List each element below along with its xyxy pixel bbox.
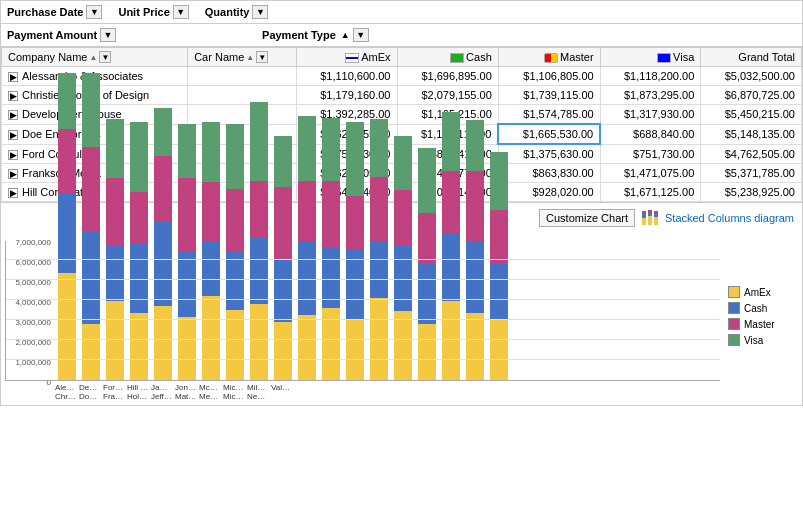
- total-cell: $5,450,215.00: [701, 105, 802, 125]
- amex-bar-segment: [178, 317, 196, 380]
- bar-group: [104, 119, 126, 380]
- x-label-row2: Mathewso...: [175, 392, 197, 401]
- master-bar-segment: [130, 192, 148, 243]
- company-name-header[interactable]: Company Name ▲ ▼: [2, 48, 188, 67]
- amex-bar-segment: [394, 311, 412, 380]
- x-label-row2: Jeffers Clinic: [151, 392, 173, 401]
- master-bar-segment: [418, 213, 436, 264]
- visa-bar-segment: [226, 124, 244, 189]
- car-name-cell: [188, 86, 297, 105]
- cash-bar-segment: [490, 264, 508, 320]
- purchase-date-filter-btn[interactable]: ▼: [86, 5, 102, 19]
- bar-group: [224, 124, 246, 380]
- visa-bar-segment: [298, 116, 316, 181]
- payment-type-filter: Payment Type ▲ ▼: [262, 28, 369, 42]
- amex-cell: $1,110,600.00: [296, 67, 397, 86]
- table-row[interactable]: ▶Alessandro & Associates$1,110,600.00$1,…: [2, 67, 802, 86]
- quantity-filter: Quantity ▼: [205, 5, 269, 19]
- gridline: [6, 279, 720, 280]
- unit-price-label: Unit Price: [118, 6, 169, 18]
- bar-group: [368, 119, 390, 380]
- legend-label: Master: [744, 319, 775, 330]
- payment-type-filter-btn[interactable]: ▼: [353, 28, 369, 42]
- amex-flag-icon: [345, 53, 359, 63]
- master-cell: $1,375,630.00: [498, 144, 600, 164]
- expand-btn[interactable]: ▶: [8, 188, 18, 198]
- master-bar-segment: [490, 210, 508, 264]
- visa-bar-segment: [106, 119, 124, 178]
- x-label-row2: Newman S...: [247, 392, 269, 401]
- legend-item: AmEx: [728, 286, 790, 298]
- cash-bar-segment: [58, 194, 76, 273]
- x-label-row1: Jones & A...: [175, 383, 197, 392]
- car-name-header[interactable]: Car Name ▲ ▼: [188, 48, 297, 67]
- gridline: [6, 339, 720, 340]
- svg-rect-4: [648, 212, 652, 216]
- payment-type-label: Payment Type: [262, 29, 336, 41]
- cash-bar-segment: [226, 252, 244, 310]
- visa-bar-segment: [154, 108, 172, 156]
- visa-cell: $1,671,125.00: [600, 183, 701, 202]
- legend-color-box: [728, 286, 740, 298]
- amex-bar-segment: [466, 313, 484, 380]
- x-label-row1: Mildreds ...: [247, 383, 269, 392]
- chart-area: 7,000,0006,000,0005,000,0004,000,0003,00…: [5, 231, 798, 401]
- purchase-date-filter: Purchase Date ▼: [7, 5, 102, 19]
- bar-group: [128, 122, 150, 380]
- cash-bar-segment: [346, 250, 364, 320]
- expand-btn[interactable]: ▶: [8, 150, 18, 160]
- master-bar-segment: [58, 129, 76, 194]
- svg-rect-3: [648, 216, 652, 225]
- master-bar-segment: [202, 182, 220, 242]
- amex-bar-segment: [274, 322, 292, 380]
- x-label-row2: Christies ...: [55, 392, 77, 401]
- cash-bar-segment: [106, 245, 124, 301]
- chart-container: Customize Chart Stacked Columns diagram …: [0, 203, 803, 406]
- visa-cell: $1,873,295.00: [600, 86, 701, 105]
- visa-bar-segment: [322, 118, 340, 181]
- visa-bar-segment: [418, 148, 436, 213]
- bar-group: [464, 120, 486, 380]
- master-flag-icon: [544, 53, 558, 63]
- master-cell: $928,020.00: [498, 183, 600, 202]
- master-bar-segment: [154, 156, 172, 221]
- bar-group: [392, 136, 414, 380]
- amex-header: AmEx: [296, 48, 397, 67]
- gridline: [6, 259, 720, 260]
- svg-rect-8: [654, 211, 658, 213]
- gridline: [6, 319, 720, 320]
- visa-bar-segment: [442, 112, 460, 171]
- visa-bar-segment: [82, 73, 100, 147]
- bar-group: [200, 122, 222, 380]
- legend-item: Master: [728, 318, 790, 330]
- master-bar-segment: [370, 177, 388, 242]
- bar-group: [488, 152, 510, 380]
- bar-group: [416, 148, 438, 380]
- amex-bar-segment: [346, 320, 364, 380]
- carname-filter-btn[interactable]: ▼: [256, 51, 268, 63]
- stacked-columns-link[interactable]: Stacked Columns diagram: [641, 210, 794, 226]
- svg-rect-0: [642, 218, 646, 225]
- table-row[interactable]: ▶Christies House of Design$1,179,160.00$…: [2, 86, 802, 105]
- unit-price-filter-btn[interactable]: ▼: [173, 5, 189, 19]
- master-header: Master: [498, 48, 600, 67]
- visa-cell: $1,118,200.00: [600, 67, 701, 86]
- x-label-row1: Michelson ...: [223, 383, 245, 392]
- legend-color-box: [728, 302, 740, 314]
- customize-chart-button[interactable]: Customize Chart: [539, 209, 635, 227]
- amex-bar-segment: [58, 273, 76, 380]
- expand-btn[interactable]: ▶: [8, 91, 18, 101]
- payment-amount-filter-btn[interactable]: ▼: [100, 28, 116, 42]
- expand-btn[interactable]: ▶: [8, 169, 18, 179]
- visa-bar-segment: [466, 120, 484, 171]
- expand-btn[interactable]: ▶: [8, 110, 18, 120]
- cash-bar-segment: [82, 231, 100, 324]
- expand-btn[interactable]: ▶: [8, 72, 18, 82]
- expand-btn[interactable]: ▶: [8, 130, 18, 140]
- cash-bar-segment: [418, 264, 436, 324]
- stacked-label: Stacked Columns diagram: [665, 212, 794, 224]
- amex-bar-segment: [442, 301, 460, 380]
- company-filter-btn[interactable]: ▼: [99, 51, 111, 63]
- x-label-row2: Mickeys W...: [223, 392, 245, 401]
- quantity-filter-btn[interactable]: ▼: [252, 5, 268, 19]
